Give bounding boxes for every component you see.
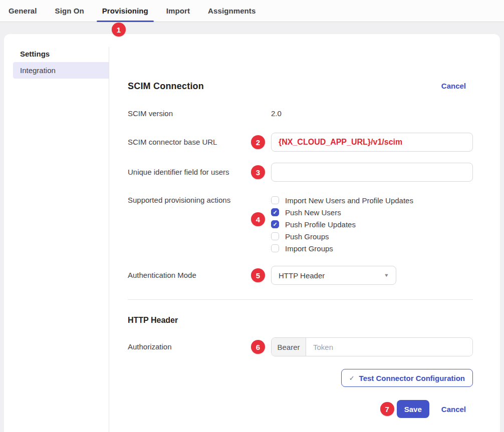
checkbox-row-push-new-users[interactable]: ✓ Push New Users [271, 206, 473, 218]
annotation-badge-5: 5 [251, 268, 265, 282]
authorization-row: Authorization 6 Bearer [128, 337, 473, 356]
sidebar-header: Settings [4, 48, 109, 60]
tab-provisioning[interactable]: Provisioning [97, 0, 154, 22]
check-icon: ✓ [349, 374, 355, 382]
checkbox-row-import-new-users[interactable]: ✓ Import New Users and Profile Updates [271, 194, 473, 206]
cancel-link-top[interactable]: Cancel [441, 79, 466, 93]
test-connector-button[interactable]: ✓ Test Connector Configuration [341, 369, 473, 387]
tab-sign-on[interactable]: Sign On [50, 0, 90, 22]
settings-sidebar: Settings Integration [4, 34, 109, 432]
scim-version-value: 2.0 [271, 109, 282, 118]
auth-mode-select[interactable]: HTTP Header ▼ [271, 266, 396, 285]
test-connector-row: ✓ Test Connector Configuration [128, 369, 473, 387]
scim-version-row: SCIM version 2.0 [128, 108, 473, 120]
auth-mode-selected-value: HTTP Header [279, 271, 325, 280]
checkbox-label: Push New Users [285, 208, 341, 217]
sidebar-item-integration[interactable]: Integration [13, 62, 109, 79]
scim-version-label: SCIM version [128, 108, 271, 120]
annotation-badge-7: 7 [380, 402, 394, 416]
footer-actions: 7 Save Cancel [128, 400, 473, 418]
test-connector-label: Test Connector Configuration [359, 374, 465, 382]
cancel-link-bottom[interactable]: Cancel [441, 405, 466, 413]
base-url-row: SCIM connector base URL 2 [128, 133, 473, 152]
checkbox-row-import-groups[interactable]: ✓ Import Groups [271, 242, 473, 254]
unique-identifier-row: Unique identifier field for users 3 [128, 163, 473, 182]
base-url-input[interactable] [271, 133, 473, 152]
checkbox-label: Import New Users and Profile Updates [285, 196, 413, 205]
authorization-input-group: Bearer [271, 337, 473, 356]
app-tabbar: General Sign On Provisioning Import Assi… [0, 0, 504, 22]
token-input[interactable] [306, 338, 472, 356]
panel-title-row: SCIM Connection Cancel [128, 79, 473, 93]
provisioning-card: Settings Integration SCIM Connection Can… [4, 34, 500, 432]
scim-connection-panel: SCIM Connection Cancel SCIM version 2.0 … [109, 34, 500, 432]
checkbox-push-profile-updates[interactable]: ✓ [271, 220, 279, 228]
section-divider [128, 299, 473, 300]
tab-import[interactable]: Import [161, 0, 195, 22]
authentication-mode-label: Authentication Mode [128, 269, 271, 281]
provisioning-actions-row: Supported provisioning actions 4 ✓ Impor… [128, 194, 473, 254]
authorization-label: Authorization [128, 341, 271, 353]
checkbox-label: Push Profile Updates [285, 220, 356, 229]
tab-assignments[interactable]: Assignments [202, 0, 261, 22]
unique-identifier-label: Unique identifier field for users [128, 166, 271, 178]
chevron-down-icon: ▼ [384, 273, 389, 278]
checkbox-label: Push Groups [285, 232, 329, 241]
authentication-mode-row: Authentication Mode 5 HTTP Header ▼ [128, 266, 473, 285]
annotation-badge-2: 2 [251, 135, 265, 149]
tab-general[interactable]: General [3, 0, 43, 22]
checkbox-push-groups[interactable]: ✓ [271, 232, 279, 240]
checkbox-import-new-users[interactable]: ✓ [271, 196, 279, 204]
bearer-prefix: Bearer [272, 338, 306, 356]
checkbox-label: Import Groups [285, 244, 333, 253]
annotation-badge-3: 3 [251, 165, 265, 179]
checkbox-row-push-profile-updates[interactable]: ✓ Push Profile Updates [271, 218, 473, 230]
save-button[interactable]: Save [397, 400, 429, 418]
check-icon: ✓ [273, 210, 277, 215]
annotation-badge-6: 6 [251, 340, 265, 354]
http-header-section-title: HTTP Header [128, 315, 473, 326]
check-icon: ✓ [273, 222, 277, 227]
base-url-label: SCIM connector base URL [128, 136, 271, 148]
checkbox-import-groups[interactable]: ✓ [271, 244, 279, 252]
checkbox-row-push-groups[interactable]: ✓ Push Groups [271, 230, 473, 242]
unique-identifier-input[interactable] [271, 163, 473, 182]
checkbox-push-new-users[interactable]: ✓ [271, 208, 279, 216]
annotation-badge-4: 4 [251, 212, 265, 226]
annotation-badge-1: 1 [112, 23, 126, 37]
page-title: SCIM Connection [128, 79, 204, 93]
provisioning-actions-label: Supported provisioning actions [128, 194, 271, 206]
sidebar-item-label: Integration [20, 66, 56, 75]
